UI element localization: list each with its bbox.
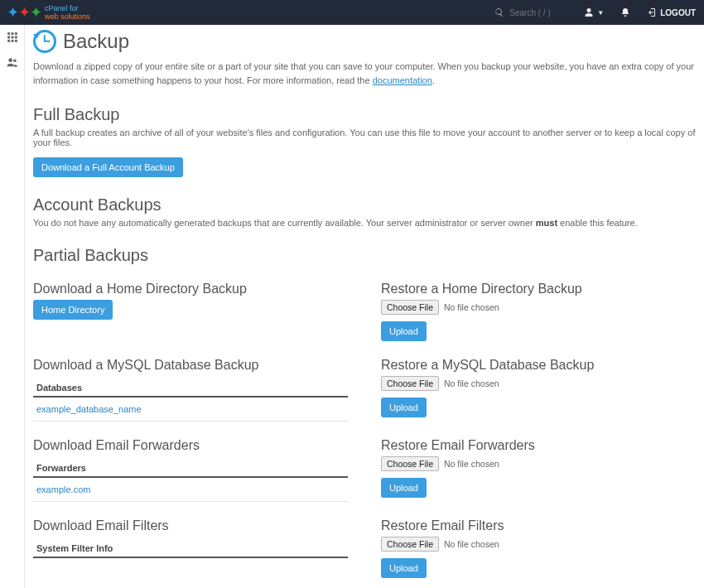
mysql-table-row: example_database_name: [33, 398, 348, 422]
users-icon[interactable]: [7, 56, 18, 71]
restore-mysql-heading: Restore a MySQL Database Backup: [381, 358, 696, 373]
svg-point-10: [13, 60, 17, 63]
svg-rect-5: [14, 36, 17, 39]
mysql-db-link[interactable]: example_database_name: [36, 404, 142, 414]
svg-rect-0: [7, 32, 10, 35]
no-file-chosen-home-dir: No file chosen: [444, 302, 499, 312]
download-filters-heading: Download Email Filters: [33, 518, 348, 533]
home-directory-button[interactable]: Home Directory: [33, 300, 113, 320]
download-home-directory-heading: Download a Home Directory Backup: [33, 282, 348, 296]
no-file-chosen-mysql: No file chosen: [444, 378, 499, 388]
download-forwarders-heading: Download Email Forwarders: [33, 438, 348, 453]
upload-filters-button[interactable]: Upload: [381, 558, 427, 578]
restore-filters-heading: Restore Email Filters: [381, 518, 696, 533]
choose-file-forwarders-button[interactable]: Choose File: [381, 456, 439, 471]
full-backup-heading: Full Backup: [33, 105, 696, 124]
search-input[interactable]: [509, 8, 567, 17]
account-backups-heading: Account Backups: [33, 195, 696, 214]
brand-mark-icon: ✦✦✦: [7, 5, 41, 20]
forwarder-domain-link[interactable]: example.com: [36, 484, 90, 494]
choose-file-mysql-button[interactable]: Choose File: [381, 376, 439, 391]
partial-backups-heading: Partial Backups: [33, 246, 696, 265]
user-menu[interactable]: ▼: [576, 0, 612, 25]
restore-home-directory-heading: Restore a Home Directory Backup: [381, 282, 696, 296]
topbar-search[interactable]: [486, 7, 576, 17]
notifications[interactable]: [612, 0, 639, 25]
brand: ✦✦✦ cPanel for web solutions: [7, 4, 90, 21]
no-file-chosen-filters: No file chosen: [444, 539, 499, 549]
svg-rect-7: [11, 40, 13, 42]
svg-rect-8: [14, 40, 17, 42]
download-mysql-heading: Download a MySQL Database Backup: [33, 358, 348, 373]
choose-file-filters-button[interactable]: Choose File: [381, 537, 439, 552]
upload-home-dir-button[interactable]: Upload: [381, 321, 427, 341]
logout-icon: [647, 7, 657, 17]
choose-file-home-dir-button[interactable]: Choose File: [381, 300, 439, 315]
brand-text: cPanel for web solutions: [45, 4, 90, 21]
logout-link[interactable]: LOGOUT: [639, 0, 704, 25]
no-file-chosen-forwarders: No file chosen: [444, 459, 499, 469]
mysql-table-header: Databases: [33, 378, 348, 398]
page-title: Backup: [63, 30, 129, 53]
forwarders-table-row: example.com: [33, 478, 348, 502]
restore-forwarders-heading: Restore Email Forwarders: [381, 438, 696, 453]
forwarders-table-header: Forwarders: [33, 458, 348, 478]
page-intro: Download a zipped copy of your entire si…: [33, 60, 696, 87]
bell-icon: [620, 7, 630, 17]
upload-forwarders-button[interactable]: Upload: [381, 478, 427, 498]
account-backups-desc: You do not have any automatically genera…: [33, 218, 696, 228]
filters-table-header: System Filter Info: [33, 538, 348, 558]
documentation-link[interactable]: documentation: [373, 75, 432, 85]
upload-mysql-button[interactable]: Upload: [381, 398, 427, 417]
user-icon: [584, 7, 594, 17]
svg-rect-6: [7, 40, 10, 42]
full-backup-desc: A full backup creates an archive of all …: [33, 128, 696, 147]
sidenav: [0, 25, 25, 588]
caret-down-icon: ▼: [597, 9, 604, 17]
main-content: Backup Download a zipped copy of your en…: [25, 25, 704, 588]
svg-rect-4: [11, 36, 13, 39]
search-icon: [494, 7, 504, 17]
topbar: ✦✦✦ cPanel for web solutions ▼ LOGOUT: [0, 0, 704, 25]
svg-rect-1: [11, 32, 13, 35]
svg-point-9: [8, 58, 12, 62]
apps-grid-icon[interactable]: [7, 31, 18, 46]
svg-rect-3: [7, 36, 10, 39]
backup-clock-icon: [33, 30, 56, 53]
download-full-account-backup-button[interactable]: Download a Full Account Backup: [33, 157, 183, 177]
svg-rect-2: [14, 32, 17, 35]
